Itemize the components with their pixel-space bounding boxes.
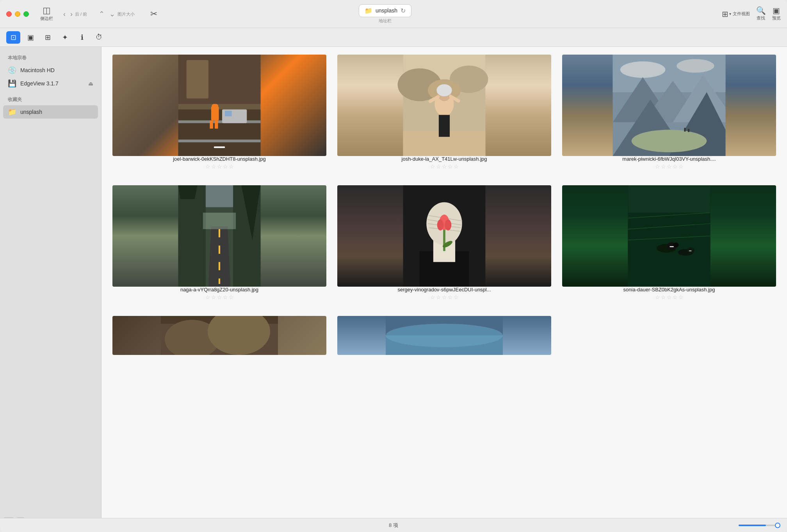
image-item-5[interactable]: sergey-vinogradov-s6pwJEecDUI-unspl... ☆…	[337, 185, 551, 300]
crop-icon: ✂	[150, 10, 157, 18]
image-svg-8	[337, 316, 551, 355]
crop-tool-icon: ▣	[27, 33, 34, 42]
search-icon: 🔍	[756, 7, 766, 14]
item-count: 8 项	[389, 522, 398, 529]
forward-icon: ›	[70, 11, 73, 18]
svg-rect-8	[210, 121, 213, 129]
image-name-2: josh-duke-la_AX_T41Lw-unsplash.jpg	[402, 156, 487, 162]
svg-rect-38	[200, 185, 239, 207]
select-tool-button[interactable]: ⊡	[6, 31, 20, 44]
image-svg-3	[562, 55, 776, 156]
minimize-button[interactable]	[15, 11, 20, 17]
sidebar-icon: ◫	[43, 6, 51, 15]
sidebar-item-edgeview[interactable]: 💾 EdgeView 3.1.7 ⏏	[3, 77, 98, 90]
sidebar: 本地宗卷 💿 Macintosh HD 💾 EdgeView 3.1.7 ⏏ 收…	[0, 47, 101, 518]
image-item-2[interactable]: josh-duke-la_AX_T41Lw-unsplash.jpg ☆☆☆☆☆	[337, 55, 551, 170]
image-item-6[interactable]: sonia-dauer-SBZ0bK2gkAs-unsplash.jpg ☆☆☆…	[562, 185, 776, 300]
image-svg-5	[337, 185, 551, 287]
down-icon: ⌄	[109, 11, 115, 18]
preview-button[interactable]: ▣ 预览	[772, 7, 781, 21]
slider-fill	[739, 525, 766, 526]
image-name-1: joel-barwick-0ekKShZDHT8-unsplash.jpg	[173, 156, 266, 162]
info-tool-button[interactable]: ℹ	[75, 31, 89, 44]
folder-icon: 📁	[365, 7, 372, 14]
grid-view-icon: ⊞	[722, 10, 728, 18]
close-button[interactable]	[6, 11, 12, 17]
sidebar-item-unsplash[interactable]: 📁 unsplash	[3, 105, 98, 119]
svg-rect-3	[178, 110, 261, 156]
clock-tool-button[interactable]: ⏱	[92, 31, 106, 44]
image-grid: joel-barwick-0ekKShZDHT8-unsplash.jpg ☆☆…	[112, 55, 776, 300]
traffic-lights	[6, 11, 29, 17]
image-name-6: sonia-dauer-SBZ0bK2gkAs-unsplash.jpg	[623, 287, 715, 293]
fullscreen-button[interactable]	[23, 11, 29, 17]
svg-rect-4	[178, 121, 261, 123]
sidebar-toggle-button[interactable]: ◫ 侧边栏	[37, 6, 56, 21]
image-item-8[interactable]	[337, 316, 551, 355]
image-grid-partial	[112, 316, 776, 355]
svg-rect-12	[214, 146, 225, 148]
svg-rect-36	[688, 129, 689, 132]
star-rating-2: ☆☆☆☆☆	[430, 163, 459, 170]
crop-tool-button[interactable]: ▣	[23, 31, 37, 44]
address-bar[interactable]: 📁 unsplash ↻	[359, 4, 411, 17]
image-svg-1	[112, 55, 326, 156]
image-item-1[interactable]: joel-barwick-0ekKShZDHT8-unsplash.jpg ☆☆…	[112, 55, 326, 170]
image-thumb-4	[112, 185, 326, 287]
svg-rect-74	[669, 246, 674, 247]
back-button[interactable]: ‹	[61, 11, 68, 18]
chevron-down-icon: ▾	[729, 12, 731, 16]
image-thumb-2	[337, 55, 551, 156]
svg-point-22	[436, 84, 452, 96]
eject-button[interactable]: ⏏	[88, 80, 93, 87]
titlebar: ◫ 侧边栏 ‹ › 后 / 前 ⌃ ⌄ 图片大小 ✂ 📁 unsplash ↻ …	[0, 0, 787, 28]
search-button[interactable]: 🔍 查找	[756, 7, 766, 21]
image-svg-6	[562, 185, 776, 287]
image-item-4[interactable]: naga-a-vYQrra8gZ20-unsplash.jpg ☆☆☆☆☆	[112, 185, 326, 300]
slider-thumb[interactable]	[775, 523, 780, 528]
image-name-3: marek-piwnicki-6fbWJqI03VY-unsplash....	[622, 156, 716, 162]
svg-point-61	[445, 220, 451, 231]
toolbar-right: ⊞ ▾ 文件视图 🔍 查找 ▣ 预览	[722, 7, 781, 21]
empty-grid-cell	[562, 316, 776, 355]
svg-rect-75	[689, 250, 692, 251]
updown-group: ⌃ ⌄ 图片大小	[96, 11, 135, 18]
grid-tool-button[interactable]: ⊞	[41, 31, 55, 44]
forward-button[interactable]: ›	[68, 11, 75, 18]
sidebar-item-macintosh[interactable]: 💿 Macintosh HD	[3, 64, 98, 77]
svg-point-28	[677, 59, 714, 73]
image-thumb-5	[337, 185, 551, 287]
up-icon: ⌃	[99, 11, 105, 18]
crop-button[interactable]: ✂	[144, 10, 164, 18]
reload-button[interactable]: ↻	[401, 7, 406, 14]
svg-rect-7	[212, 104, 218, 109]
image-svg-7	[112, 316, 326, 355]
svg-rect-47	[219, 262, 220, 270]
view-toggle-button[interactable]: ⊞ ▾ 文件视图	[722, 10, 750, 18]
address-bar-wrap: 📁 unsplash ↻ 地址栏	[283, 4, 486, 24]
image-svg-2	[337, 55, 551, 156]
svg-rect-9	[215, 121, 218, 129]
image-item-7[interactable]	[112, 316, 326, 355]
statusbar: 8 项	[0, 518, 787, 532]
collection-label: 收藏夹	[3, 95, 98, 105]
svg-rect-35	[684, 128, 686, 132]
up-button[interactable]: ⌃	[96, 11, 107, 18]
image-svg-4	[112, 185, 326, 287]
select-icon: ⊡	[11, 33, 16, 42]
svg-point-71	[673, 243, 679, 248]
toolbar2: ⊡ ▣ ⊞ ✦ ℹ ⏱	[0, 28, 787, 47]
svg-rect-5	[178, 140, 261, 142]
star-tool-button[interactable]: ✦	[58, 31, 72, 44]
svg-rect-20	[439, 115, 450, 137]
down-button[interactable]: ⌄	[107, 11, 118, 18]
image-item-3[interactable]: marek-piwnicki-6fbWJqI03VY-unsplash.... …	[562, 55, 776, 170]
clock-icon: ⏱	[96, 33, 103, 41]
zoom-slider[interactable]	[739, 525, 778, 526]
image-thumb-7	[112, 316, 326, 355]
star-rating-3: ☆☆☆☆☆	[655, 163, 684, 170]
image-name-5: sergey-vinogradov-s6pwJEecDUI-unspl...	[397, 287, 491, 293]
slider-track[interactable]	[739, 525, 778, 526]
svg-point-60	[437, 220, 444, 231]
svg-rect-2	[187, 60, 208, 98]
